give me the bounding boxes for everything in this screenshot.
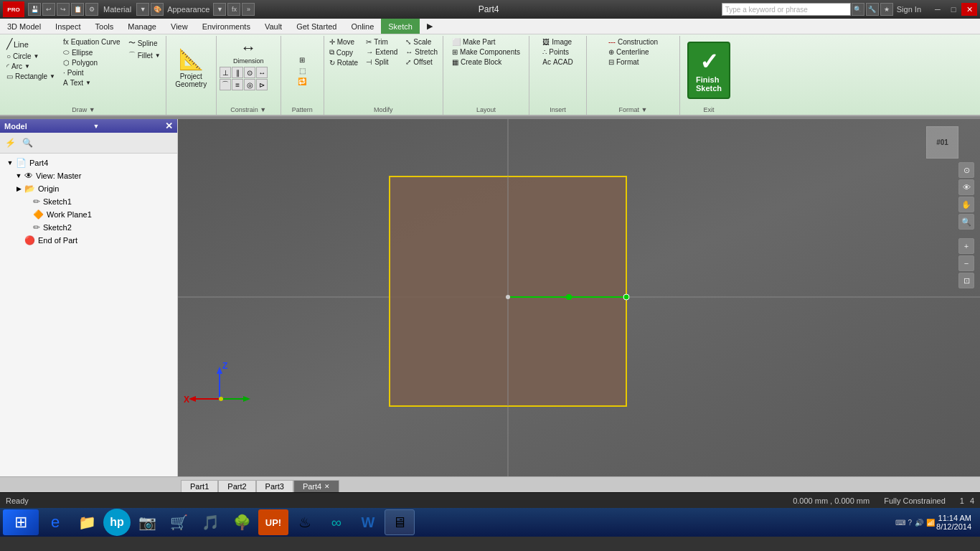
close-button[interactable]: ✕ [961, 3, 977, 16]
constrain-icon-4[interactable]: ↔ [256, 67, 268, 78]
zoom-in-button[interactable]: + [958, 238, 974, 254]
title-btn-1[interactable]: 💾 [28, 3, 41, 16]
pattern-btn-2[interactable]: ⬚ [297, 66, 308, 75]
extend-button[interactable]: → Extend [364, 47, 400, 57]
rectangle-dropdown-icon[interactable]: ▼ [50, 73, 55, 80]
arc-button[interactable]: ◜ Arc ▼ [4, 62, 32, 71]
stretch-button[interactable]: ↔ Stretch [403, 47, 440, 57]
tree-item-part4[interactable]: ▼ 📄 Part4 [3, 156, 174, 169]
format-extra-button[interactable]: ⊟ Format [606, 57, 660, 67]
acad-button[interactable]: Ac ACAD [540, 57, 575, 67]
fillet-button[interactable]: ⌒ Fillet ▼ [126, 50, 163, 61]
sidebar-filter-button[interactable]: ⚡ [2, 135, 18, 151]
constrain-icon-8[interactable]: ⊳ [256, 79, 268, 90]
menu-manage[interactable]: Manage [121, 19, 164, 34]
fillet-dropdown-icon[interactable]: ▼ [155, 52, 161, 59]
menu-environments[interactable]: Environments [195, 19, 258, 34]
taskbar-steam-button[interactable]: ♨ [290, 509, 320, 535]
constrain-icon-3[interactable]: ⊙ [244, 67, 255, 78]
arc-dropdown-icon[interactable]: ▼ [24, 63, 30, 70]
text-button[interactable]: A Text ▼ [61, 78, 123, 88]
volume-icon[interactable]: 🔊 [915, 519, 923, 527]
sidebar-search-button[interactable]: 🔍 [19, 135, 35, 151]
copy-button[interactable]: ⧉ Copy [327, 47, 360, 57]
menu-tools[interactable]: Tools [88, 19, 121, 34]
constrain-icon-6[interactable]: ≡ [232, 79, 243, 90]
constrain-icon-5[interactable]: ⌒ [220, 79, 231, 90]
taskbar-up-button[interactable]: UP! [258, 509, 288, 535]
tree-item-end-of-part[interactable]: 🔴 End of Part [3, 234, 174, 247]
constrain-icon-2[interactable]: ∥ [232, 67, 243, 78]
maximize-button[interactable]: □ [946, 3, 961, 16]
title-btn-5[interactable]: ⚙ [85, 3, 98, 16]
menu-online[interactable]: Online [344, 19, 381, 34]
line-button[interactable]: ╱ Line [4, 37, 57, 51]
circle-button[interactable]: ○ Circle ▼ [4, 52, 42, 61]
offset-button[interactable]: ⤢ Offset [403, 57, 440, 67]
construction-button[interactable]: --- Construction [606, 37, 660, 47]
material-dropdown[interactable]: ▼ [136, 3, 149, 16]
taskbar-store-button[interactable]: 🛒 [164, 509, 194, 535]
trim-button[interactable]: ✂ Trim [364, 37, 400, 47]
rectangle-button[interactable]: ▭ Rectangle ▼ [4, 72, 57, 81]
move-button[interactable]: ✛ Move [327, 37, 360, 47]
search-box[interactable]: Type a keyword or phrase [722, 3, 851, 16]
make-part-button[interactable]: ⬜ Make Part [450, 37, 522, 47]
tree-item-origin[interactable]: ▶ 📂 Origin [3, 182, 174, 195]
taskbar-camera-button[interactable]: 📷 [132, 509, 162, 535]
taskbar-folder-button[interactable]: 📁 [72, 509, 102, 535]
taskbar-word-button[interactable]: W [353, 509, 383, 535]
taskbar-arduino-button[interactable]: ∞ [321, 509, 352, 535]
pan-button[interactable]: ✋ [958, 197, 974, 212]
zoom-button[interactable]: 🔍 [958, 214, 974, 230]
tab-part1[interactable]: Part1 [181, 480, 218, 492]
create-block-button[interactable]: ▦ Create Block [450, 57, 522, 67]
title-btn-2[interactable]: ↩ [42, 3, 55, 16]
point-button[interactable]: · Point [61, 68, 123, 77]
orbit-button[interactable]: ⊙ [958, 162, 974, 178]
appearance-dropdown[interactable]: ▼ [213, 3, 226, 16]
dimension-button[interactable]: ↔ Dimension [220, 37, 277, 66]
circle-dropdown-icon[interactable]: ▼ [34, 53, 39, 60]
centerline-button[interactable]: ⊕ Centerline [606, 47, 660, 57]
sidebar-dropdown-icon[interactable]: ▼ [93, 123, 99, 130]
spline-button[interactable]: 〜 Spline [126, 37, 163, 49]
taskbar-tree-button[interactable]: 🌳 [227, 509, 257, 535]
title-btn-3[interactable]: ↪ [57, 3, 70, 16]
nav-cube[interactable]: #01 [926, 126, 958, 159]
tree-item-sketch2[interactable]: ✏ Sketch2 [3, 221, 174, 234]
split-button[interactable]: ⊣ Split [364, 57, 400, 67]
project-geometry-button[interactable]: 📐 ProjectGeometry [171, 37, 211, 98]
finish-sketch-button[interactable]: ✓ FinishSketch [687, 42, 730, 99]
taskbar-hp-button[interactable]: hp [103, 509, 131, 536]
search-icon[interactable]: 🔍 [852, 3, 864, 16]
look-at-button[interactable]: 👁 [958, 179, 974, 195]
tools-btn[interactable]: 🔧 [866, 3, 879, 16]
canvas-area[interactable]: Z X #01 ⊙ 👁 ✋ 🔍 + − ⊡ [178, 119, 980, 476]
menu-3d-model[interactable]: 3D Model [0, 19, 48, 34]
tab-part4-close[interactable]: ✕ [324, 483, 330, 490]
pattern-btn-3[interactable]: 🔁 [296, 77, 308, 86]
menu-get-started[interactable]: Get Started [289, 19, 344, 34]
tree-item-sketch1[interactable]: ✏ Sketch1 [3, 195, 174, 208]
tab-part2[interactable]: Part2 [218, 480, 255, 492]
tab-part3[interactable]: Part3 [256, 480, 293, 492]
constrain-icon-1[interactable]: ⊥ [220, 67, 231, 78]
ellipse-button[interactable]: ⬭ Ellipse [61, 47, 123, 57]
extra-btn[interactable]: » [242, 3, 255, 16]
fx-btn[interactable]: fx [227, 3, 240, 16]
sidebar-close-button[interactable]: ✕ [165, 121, 173, 131]
network-icon[interactable]: 📶 [926, 519, 935, 527]
star-btn[interactable]: ★ [880, 3, 893, 16]
fit-button[interactable]: ⊡ [958, 273, 974, 288]
polygon-button[interactable]: ⬡ Polygon [61, 58, 123, 67]
sign-in-label[interactable]: Sign In [897, 5, 921, 14]
tree-item-view-master[interactable]: ▼ 👁 View: Master [3, 169, 174, 182]
constrain-icon-7[interactable]: ◎ [244, 79, 255, 90]
help-icon[interactable]: ? [908, 519, 913, 527]
points-button[interactable]: ∴ Points [540, 47, 575, 57]
make-components-button[interactable]: ⊞ Make Components [450, 47, 522, 57]
menu-extra[interactable]: ▶ [420, 19, 440, 34]
appearance-icon[interactable]: 🎨 [151, 3, 164, 16]
menu-sketch[interactable]: Sketch [381, 19, 420, 34]
